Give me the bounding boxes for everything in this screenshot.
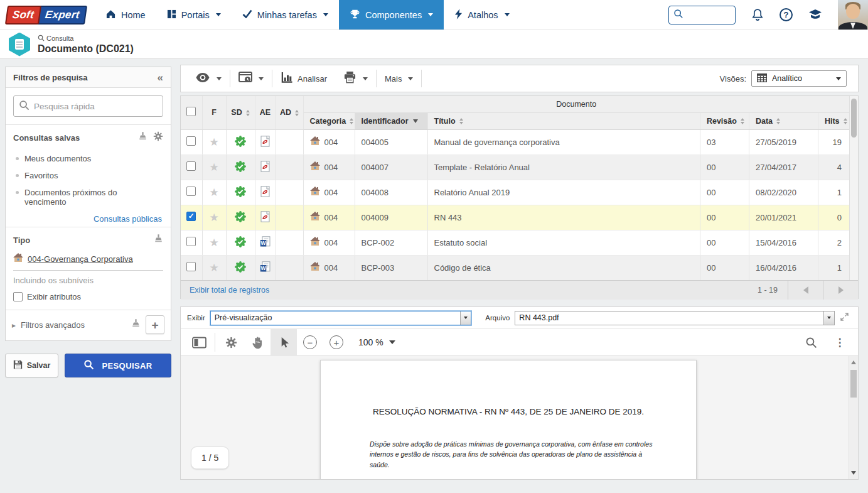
quick-search-input[interactable] bbox=[34, 102, 158, 111]
previous-page-button[interactable] bbox=[788, 281, 823, 300]
row-checkbox[interactable] bbox=[186, 237, 196, 246]
next-page-button[interactable] bbox=[823, 281, 858, 300]
more-options-kebab-icon[interactable] bbox=[827, 329, 853, 356]
row-checkbox[interactable] bbox=[186, 161, 196, 171]
word-file-icon[interactable]: W bbox=[260, 240, 271, 249]
type-filter-value-link[interactable]: 004-Governança Corporativa bbox=[13, 253, 163, 264]
collapse-panel-icon[interactable] bbox=[158, 72, 163, 83]
show-total-records-link[interactable]: Exibir total de registros bbox=[190, 286, 269, 295]
clear-filter-icon[interactable] bbox=[131, 318, 141, 331]
expand-advanced-filters-icon[interactable] bbox=[12, 319, 16, 330]
zoom-level-select[interactable]: 100 % bbox=[358, 337, 395, 347]
pdf-scrollbar[interactable] bbox=[849, 356, 858, 479]
table-scrollbar[interactable] bbox=[849, 96, 858, 280]
table-row[interactable]: W 004 BCP-002 Estatuto social 00 15/04/2… bbox=[181, 230, 850, 255]
notifications-bell-icon[interactable] bbox=[751, 8, 764, 21]
scrollbar-thumb[interactable] bbox=[850, 370, 857, 398]
favorite-star-icon[interactable] bbox=[209, 237, 218, 249]
select-all-checkbox-header[interactable] bbox=[181, 96, 202, 129]
softexpert-logo[interactable]: Soft Expert bbox=[0, 0, 95, 30]
show-attributes-checkbox[interactable] bbox=[13, 292, 23, 301]
title-cell: Template - Relatório Anual bbox=[427, 154, 700, 180]
nav-atalhos[interactable]: Atalhos bbox=[444, 0, 520, 30]
view-record-button[interactable] bbox=[187, 65, 230, 92]
col-revisao[interactable]: Revisão bbox=[700, 112, 749, 129]
pdf-file-icon[interactable] bbox=[260, 165, 270, 174]
saved-query-meus-documentos[interactable]: Meus documentos bbox=[16, 150, 163, 167]
search-submit-button[interactable]: PESQUISAR bbox=[65, 354, 171, 377]
table-row[interactable]: 004 004008 Relatório Anual 2019 00 08/02… bbox=[181, 180, 850, 205]
global-search-input[interactable] bbox=[668, 6, 736, 24]
sidebar-toggle-button[interactable] bbox=[186, 329, 212, 356]
table-view-icon bbox=[757, 73, 767, 84]
public-queries-link[interactable]: Consultas públicas bbox=[13, 214, 162, 224]
row-checkbox[interactable] bbox=[186, 212, 196, 221]
fullscreen-expand-icon[interactable] bbox=[840, 312, 849, 324]
print-button[interactable] bbox=[335, 65, 376, 92]
nav-minhas-tarefas[interactable]: Minhas tarefas bbox=[232, 0, 339, 30]
scroll-down-arrow[interactable] bbox=[851, 471, 856, 475]
add-filter-button[interactable] bbox=[146, 315, 164, 334]
more-button[interactable]: Mais bbox=[377, 65, 421, 92]
pdf-search-icon[interactable] bbox=[798, 329, 824, 356]
table-row-selected[interactable]: 004 004009 RN 443 00 20/01/2021 0 bbox=[181, 205, 850, 230]
revision-schedule-button[interactable] bbox=[230, 65, 272, 92]
row-checkbox[interactable] bbox=[186, 136, 196, 146]
user-avatar[interactable] bbox=[838, 0, 868, 30]
zoom-out-button[interactable]: − bbox=[297, 329, 323, 356]
pdf-settings-gear-icon[interactable] bbox=[218, 329, 244, 356]
favorite-star-icon[interactable] bbox=[209, 262, 218, 274]
clear-filter-icon[interactable] bbox=[138, 131, 147, 144]
table-row[interactable]: 004 004007 Template - Relatório Anual 00… bbox=[181, 154, 850, 180]
row-checkbox[interactable] bbox=[186, 187, 196, 196]
col-favorite[interactable]: F bbox=[202, 96, 226, 129]
logo-soft: Soft bbox=[5, 6, 41, 24]
pdf-file-icon[interactable] bbox=[260, 190, 270, 199]
hits-cell: 1 bbox=[818, 255, 849, 280]
nav-home[interactable]: Home bbox=[95, 0, 156, 30]
page-title: Documento (DC021) bbox=[38, 43, 134, 55]
pdf-viewer-area[interactable]: RESOLUÇÃO NORMATIVA - RN Nº 443, DE 25 D… bbox=[181, 356, 858, 479]
save-button[interactable]: Salvar bbox=[5, 354, 58, 377]
advanced-filters-label[interactable]: Filtros avançados bbox=[21, 320, 126, 330]
category-cell: 004 bbox=[324, 188, 338, 197]
col-ad[interactable]: AD bbox=[276, 96, 303, 129]
favorite-star-icon[interactable] bbox=[209, 212, 218, 224]
pdf-file-icon[interactable] bbox=[260, 215, 270, 224]
pdf-file-icon[interactable] bbox=[260, 139, 270, 149]
col-ae[interactable]: AE bbox=[255, 96, 276, 129]
display-mode-select[interactable]: Pré-visualização bbox=[210, 311, 472, 325]
nav-portais[interactable]: Portais bbox=[156, 0, 232, 30]
saved-query-vencimento[interactable]: Documentos próximos do vencimento bbox=[16, 184, 151, 210]
date-cell: 16/04/2016 bbox=[749, 255, 818, 280]
zoom-in-button[interactable]: + bbox=[323, 329, 350, 356]
col-sd[interactable]: SD bbox=[226, 96, 255, 129]
learning-layers-icon[interactable] bbox=[808, 9, 822, 21]
favorite-star-icon[interactable] bbox=[209, 187, 218, 198]
word-file-icon[interactable]: W bbox=[260, 265, 271, 274]
nav-componentes[interactable]: Componentes bbox=[339, 0, 444, 30]
scrollbar-thumb[interactable] bbox=[851, 99, 857, 138]
file-select[interactable]: RN 443.pdf bbox=[515, 311, 835, 325]
col-hits[interactable]: Hits bbox=[818, 112, 849, 129]
col-identificador[interactable]: Identificador bbox=[355, 112, 427, 129]
col-titulo[interactable]: Título bbox=[427, 112, 700, 129]
select-cursor-tool[interactable] bbox=[271, 329, 297, 356]
pan-hand-tool[interactable] bbox=[244, 329, 271, 356]
table-row[interactable]: W 004 BCP-003 Código de ética 00 16/04/2… bbox=[181, 255, 850, 280]
analyze-button[interactable]: Analisar bbox=[272, 65, 335, 92]
views-select[interactable]: Analítico bbox=[751, 70, 847, 87]
scroll-up-arrow[interactable] bbox=[851, 360, 856, 364]
row-checkbox[interactable] bbox=[186, 262, 196, 271]
col-categoria[interactable]: Categoria bbox=[303, 112, 355, 129]
favorite-star-icon[interactable] bbox=[209, 161, 218, 173]
table-row[interactable]: 004 004005 Manual de governança corporat… bbox=[181, 129, 850, 154]
favorite-star-icon[interactable] bbox=[209, 136, 218, 148]
select-all-checkbox[interactable] bbox=[186, 107, 196, 116]
col-data[interactable]: Data bbox=[749, 112, 818, 129]
saved-query-favoritos[interactable]: Favoritos bbox=[16, 167, 163, 184]
help-icon[interactable]: ? bbox=[780, 8, 793, 21]
page-header: Consulta Documento (DC021) bbox=[0, 30, 868, 59]
clear-filter-icon[interactable] bbox=[154, 234, 163, 246]
gear-icon[interactable] bbox=[153, 131, 163, 144]
